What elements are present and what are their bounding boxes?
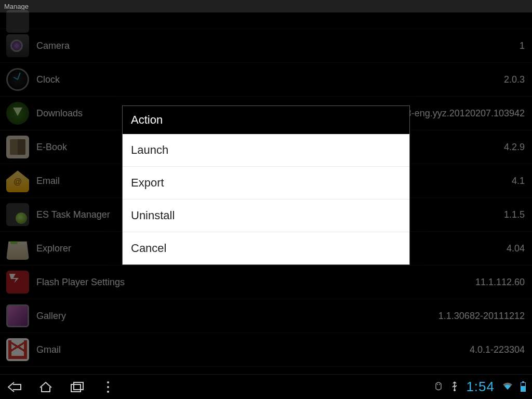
system-tray[interactable]: 1:54 <box>434 379 526 395</box>
svg-rect-1 <box>74 382 83 390</box>
battery-icon <box>521 382 526 392</box>
dialog-option-launch[interactable]: Launch <box>123 134 409 167</box>
dialog-title: Action <box>123 106 409 134</box>
wifi-icon <box>502 381 513 393</box>
home-button[interactable] <box>37 379 54 395</box>
svg-point-3 <box>439 384 440 385</box>
dialog-option-cancel[interactable]: Cancel <box>123 232 409 264</box>
nav-left <box>6 379 116 395</box>
clock-text: 1:54 <box>466 379 495 395</box>
dialog-option-uninstall[interactable]: Uninstall <box>123 200 409 232</box>
svg-rect-0 <box>71 384 81 392</box>
svg-point-2 <box>437 384 438 385</box>
recent-apps-button[interactable] <box>69 379 85 395</box>
action-dialog: Action Launch Export Uninstall Cancel <box>122 105 410 265</box>
menu-button[interactable] <box>100 379 116 395</box>
dialog-option-export[interactable]: Export <box>123 167 409 200</box>
usb-icon <box>450 381 459 393</box>
adb-icon <box>434 381 443 393</box>
back-button[interactable] <box>6 379 23 395</box>
status-title: Manage <box>4 3 29 10</box>
status-bar: Manage <box>0 0 532 12</box>
navigation-bar: 1:54 <box>0 374 532 399</box>
svg-point-4 <box>454 389 456 391</box>
